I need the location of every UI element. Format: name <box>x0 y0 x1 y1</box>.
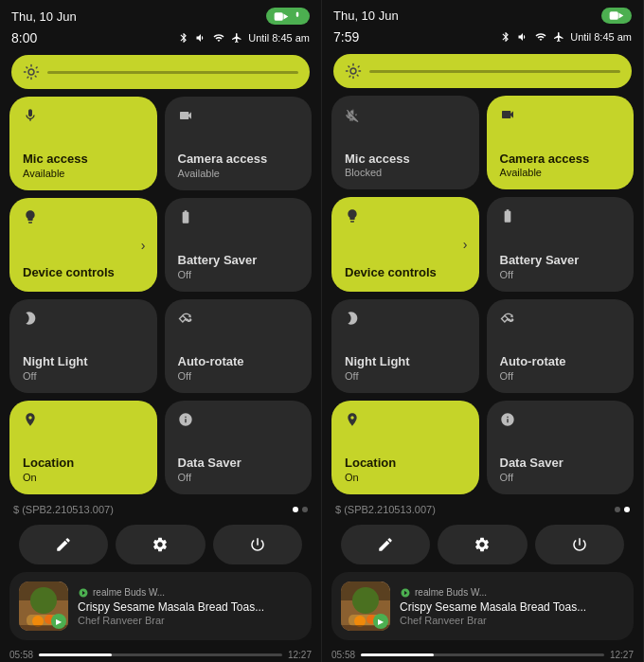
tile-location[interactable]: Location On <box>9 401 157 494</box>
brightness-slider[interactable] <box>11 55 310 89</box>
status-icons: Until 8:45 am <box>178 32 310 44</box>
edit-button[interactable] <box>341 525 430 564</box>
tile-label: Auto-rotate <box>178 354 299 369</box>
tile-autorotate[interactable]: Auto-rotate Off <box>165 299 313 393</box>
volume-icon <box>194 32 207 44</box>
datasaver-icon <box>178 412 193 431</box>
media-progress-row: 05:58 12:27 <box>322 648 643 662</box>
media-card[interactable]: ▶ realme Buds W... Crispy Sesame Masala … <box>9 572 312 640</box>
page-dots <box>293 507 308 512</box>
tile-sublabel: Off <box>500 269 621 280</box>
media-progress-row: 05:58 12:27 <box>0 648 321 662</box>
tile-sublabel: Available <box>178 168 299 179</box>
media-time-start: 05:58 <box>331 650 355 660</box>
battery-status: Until 8:45 am <box>570 31 632 43</box>
devctrl-icon <box>23 209 38 228</box>
autorotate-icon <box>500 311 515 330</box>
media-title: Crispy Sesame Masala Bread Toas... <box>78 600 302 614</box>
media-device: realme Buds W... <box>78 587 302 599</box>
volume-icon <box>516 31 529 43</box>
tile-autorotate[interactable]: Auto-rotate Off <box>487 299 635 393</box>
brightness-icon <box>23 63 40 81</box>
bluetooth-icon <box>178 32 189 44</box>
datasaver-icon <box>500 412 515 431</box>
tile-label: Data Saver <box>500 456 621 471</box>
wifi-icon <box>212 32 225 44</box>
battery-icon <box>178 209 193 228</box>
tile-label: Device controls <box>345 265 466 280</box>
media-card[interactable]: ▶ realme Buds W... Crispy Sesame Masala … <box>331 572 634 640</box>
settings-button[interactable] <box>438 525 527 564</box>
tile-sublabel: On <box>23 472 144 483</box>
clock-time: 8:00 <box>11 30 37 45</box>
media-thumbnail: ▶ <box>341 581 390 631</box>
build-text: $ (SPB2.210513.007) <box>13 504 114 515</box>
tile-battery[interactable]: Battery Saver Off <box>487 197 635 291</box>
tile-datasaver[interactable]: Data Saver Off <box>165 401 313 494</box>
media-info: realme Buds W... Crispy Sesame Masala Br… <box>78 587 302 626</box>
tile-location[interactable]: Location On <box>331 401 479 494</box>
camera-icon <box>500 107 515 126</box>
panel-panel-right: Thu, 10 Jun 7:59 Until 8:45 am Mic <box>322 0 644 662</box>
panel-panel-left: Thu, 10 Jun 8:00 Until 8:45 am Mic <box>0 0 322 662</box>
record-pill <box>601 8 632 24</box>
devctrl-icon <box>345 208 360 227</box>
tile-mic[interactable]: Mic access Available <box>9 97 157 190</box>
status-date: Thu, 10 Jun <box>333 9 399 23</box>
status-icons: Until 8:45 am <box>500 31 632 43</box>
tile-label: Mic access <box>345 152 466 167</box>
tile-datasaver[interactable]: Data Saver Off <box>487 401 635 494</box>
progress-track[interactable] <box>39 653 282 656</box>
tile-battery[interactable]: Battery Saver Off <box>165 198 313 292</box>
tile-sublabel: Off <box>178 472 299 483</box>
power-button[interactable] <box>213 525 302 564</box>
tile-mic[interactable]: Mic access Blocked <box>331 96 479 189</box>
play-badge: ▶ <box>51 614 66 629</box>
tile-devctrl[interactable]: › Device controls <box>9 198 157 292</box>
brightness-icon <box>345 63 362 80</box>
mic-icon <box>23 108 38 127</box>
tile-camera[interactable]: Camera access Available <box>487 96 635 189</box>
tiles-grid: Mic access Blocked Camera access Availab… <box>322 96 643 500</box>
svg-rect-9 <box>610 11 618 20</box>
brightness-slider[interactable] <box>333 54 632 88</box>
tile-nightlight[interactable]: Night Light Off <box>331 299 479 393</box>
nightlight-icon <box>345 311 360 330</box>
arrow-icon: › <box>141 238 146 253</box>
progress-fill <box>361 653 434 656</box>
bottom-buttons <box>0 519 321 572</box>
tile-nightlight[interactable]: Night Light Off <box>9 299 157 393</box>
nightlight-icon <box>23 311 38 330</box>
tile-label: Auto-rotate <box>500 354 621 369</box>
settings-button[interactable] <box>116 525 205 564</box>
tile-sublabel: Off <box>500 472 621 483</box>
edit-button[interactable] <box>19 525 108 564</box>
brightness-row[interactable] <box>322 48 643 96</box>
media-thumbnail: ▶ <box>19 581 68 631</box>
tile-label: Location <box>23 456 144 471</box>
tile-label: Mic access <box>23 152 144 167</box>
svg-point-4 <box>30 587 57 614</box>
build-row: $ (SPB2.210513.007) <box>0 500 321 519</box>
tile-label: Data Saver <box>178 456 299 471</box>
power-button[interactable] <box>535 525 624 564</box>
mic-blocked-icon <box>345 107 360 126</box>
tile-label: Night Light <box>345 354 466 369</box>
clock-time: 7:59 <box>333 29 359 45</box>
airplane-icon <box>230 32 243 44</box>
tile-devctrl[interactable]: › Device controls <box>331 197 479 291</box>
media-artist: Chef Ranveer Brar <box>78 615 302 626</box>
notification-bar: 7:59 Until 8:45 am <box>322 27 643 48</box>
brightness-row[interactable] <box>0 49 321 97</box>
svg-marker-1 <box>283 13 288 19</box>
dot-0 <box>615 507 620 512</box>
tile-label: Night Light <box>23 354 144 369</box>
progress-fill <box>39 653 112 656</box>
tile-camera[interactable]: Camera access Available <box>165 97 313 190</box>
dot-1 <box>302 507 308 512</box>
progress-track[interactable] <box>361 653 604 656</box>
play-badge: ▶ <box>373 614 388 629</box>
tile-sublabel: Off <box>178 269 299 280</box>
media-title: Crispy Sesame Masala Bread Toas... <box>400 600 624 614</box>
status-bar: Thu, 10 Jun <box>322 0 643 27</box>
